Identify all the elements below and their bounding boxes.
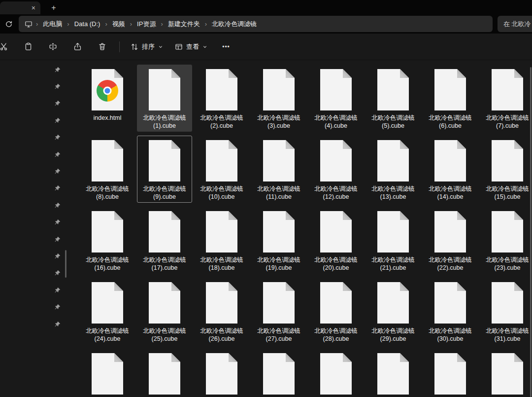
file-item[interactable]: 北欧冷色调滤镜(16).cube (80, 207, 135, 274)
file-item[interactable]: 北欧冷色调滤镜(7).cube (480, 65, 532, 132)
file-item[interactable] (80, 349, 135, 397)
sidebar-pinned-item[interactable] (0, 282, 72, 298)
refresh-button[interactable] (1, 17, 17, 32)
file-item[interactable]: 北欧冷色调滤镜(5).cube (366, 65, 421, 132)
sidebar-pinned-item[interactable] (0, 231, 72, 248)
file-item[interactable]: 北欧冷色调滤镜(2).cube (194, 65, 249, 132)
breadcrumb-item[interactable]: 新建文件夹 (165, 18, 203, 30)
delete-button[interactable] (93, 38, 111, 56)
file-item[interactable]: 北欧冷色调滤镜(1).cube (137, 65, 192, 132)
file-item[interactable]: 北欧冷色调滤镜(31).cube (480, 278, 532, 345)
file-item[interactable] (308, 349, 364, 397)
pin-icon (54, 134, 61, 141)
sort-button[interactable]: 排序 (126, 38, 168, 56)
pin-icon (54, 67, 61, 73)
cube-file-icon (492, 280, 523, 325)
cube-file-icon (320, 351, 352, 397)
breadcrumb-item[interactable]: 视频 (109, 18, 129, 30)
file-item[interactable]: 北欧冷色调滤镜(3).cube (251, 65, 306, 132)
file-item[interactable]: 北欧冷色调滤镜(6).cube (423, 65, 478, 132)
file-item[interactable]: 北欧冷色调滤镜(13).cube (366, 136, 421, 203)
page-fold-corner (114, 282, 123, 291)
file-item[interactable] (423, 349, 478, 397)
breadcrumb-item[interactable]: 此电脑 (39, 18, 66, 30)
file-item[interactable]: 北欧冷色调滤镜(25).cube (137, 278, 192, 345)
cut-button[interactable] (0, 38, 13, 56)
sidebar-pinned-item[interactable] (0, 214, 72, 231)
breadcrumb-item[interactable]: Data (D:) (71, 18, 104, 30)
file-item[interactable]: 北欧冷色调滤镜(30).cube (423, 278, 478, 345)
sidebar-scrollbar[interactable] (65, 250, 66, 278)
explorer-tab[interactable]: × (0, 1, 40, 14)
file-item[interactable]: 北欧冷色调滤镜(20).cube (308, 207, 364, 274)
file-name: 北欧冷色调滤镜(5).cube (371, 114, 415, 130)
file-item[interactable] (366, 349, 421, 397)
file-item[interactable]: 北欧冷色调滤镜(4).cube (308, 65, 364, 132)
toolbar-divider (119, 41, 120, 52)
file-item[interactable]: 北欧冷色调滤镜(22).cube (423, 207, 478, 274)
rename-button[interactable] (43, 38, 62, 56)
file-item[interactable]: 北欧冷色调滤镜(29).cube (366, 278, 421, 345)
pin-icon (54, 117, 61, 124)
sidebar-pinned-item[interactable] (0, 298, 72, 315)
file-item[interactable] (137, 349, 192, 397)
file-item[interactable]: 北欧冷色调滤镜(14).cube (423, 136, 478, 203)
file-name: 北欧冷色调滤镜(2).cube (200, 114, 243, 130)
sidebar-pinned-item[interactable] (0, 248, 72, 264)
paste-button[interactable] (19, 38, 37, 56)
file-item[interactable]: 北欧冷色调滤镜(8).cube (80, 136, 135, 203)
sidebar-pinned-item[interactable] (0, 197, 72, 214)
sidebar-pinned-item[interactable] (0, 129, 72, 146)
sidebar-pinned-item[interactable] (0, 61, 72, 78)
sidebar-pinned-item[interactable] (0, 78, 72, 95)
sidebar-pinned-item[interactable] (0, 265, 72, 282)
new-tab-button[interactable]: + (47, 2, 60, 14)
cube-file-icon (149, 351, 180, 397)
file-item[interactable]: 北欧冷色调滤镜(19).cube (251, 207, 306, 274)
file-name: 北欧冷色调滤镜(11).cube (257, 185, 300, 201)
sidebar-pinned-item[interactable] (0, 163, 72, 180)
sidebar-pinned-item[interactable] (0, 316, 72, 332)
file-item[interactable]: 北欧冷色调滤镜(23).cube (480, 207, 532, 274)
search-input[interactable]: 在 北欧冷 (498, 16, 532, 32)
breadcrumb-item[interactable]: 北欧冷色调滤镜 (208, 18, 260, 30)
file-name: 北欧冷色调滤镜(9).cube (143, 185, 186, 201)
file-item[interactable]: 北欧冷色调滤镜(17).cube (137, 207, 192, 274)
file-item[interactable] (251, 349, 306, 397)
file-item[interactable]: 北欧冷色调滤镜(27).cube (251, 278, 306, 345)
page-fold-corner (171, 353, 180, 362)
sidebar-pinned-item[interactable] (0, 180, 72, 197)
file-item[interactable]: 北欧冷色调滤镜(26).cube (194, 278, 249, 345)
cube-file-icon (492, 351, 523, 397)
vertical-scrollbar[interactable] (530, 67, 532, 397)
file-item[interactable]: 北欧冷色调滤镜(15).cube (480, 136, 532, 203)
cube-file-icon (434, 67, 466, 112)
page-fold-corner (343, 69, 352, 78)
file-item[interactable]: 北欧冷色调滤镜(21).cube (366, 207, 421, 274)
sidebar-pinned-item[interactable] (0, 112, 72, 129)
view-button[interactable]: 查看 (170, 38, 212, 56)
page-fold-corner (286, 69, 295, 78)
page-fold-corner (229, 211, 237, 220)
tab-close-icon[interactable]: × (32, 4, 35, 11)
more-options-button[interactable]: ••• (217, 38, 235, 56)
file-item[interactable]: 北欧冷色调滤镜(24).cube (80, 278, 135, 345)
pin-icon (54, 83, 61, 90)
breadcrumb-item[interactable]: IP资源 (133, 18, 159, 30)
address-bar[interactable]: ›此电脑›Data (D:)›视频›IP资源›新建文件夹›北欧冷色调滤镜 (19, 16, 493, 32)
file-item[interactable]: 北欧冷色调滤镜(18).cube (194, 207, 249, 274)
sidebar-pinned-item[interactable] (0, 95, 72, 112)
share-button[interactable] (68, 38, 87, 56)
file-item[interactable]: index.html (80, 65, 135, 132)
file-item[interactable] (194, 349, 249, 397)
tab-bar: × + (0, 0, 532, 14)
file-item[interactable] (480, 349, 532, 397)
pin-icon (54, 185, 61, 191)
file-item[interactable]: 北欧冷色调滤镜(28).cube (308, 278, 364, 345)
page-fold-corner (514, 140, 523, 149)
file-item[interactable]: 北欧冷色调滤镜(9).cube (137, 136, 192, 203)
file-item[interactable]: 北欧冷色调滤镜(11).cube (251, 136, 306, 203)
file-item[interactable]: 北欧冷色调滤镜(12).cube (308, 136, 364, 203)
file-item[interactable]: 北欧冷色调滤镜(10).cube (194, 136, 249, 203)
sidebar-pinned-item[interactable] (0, 146, 72, 163)
